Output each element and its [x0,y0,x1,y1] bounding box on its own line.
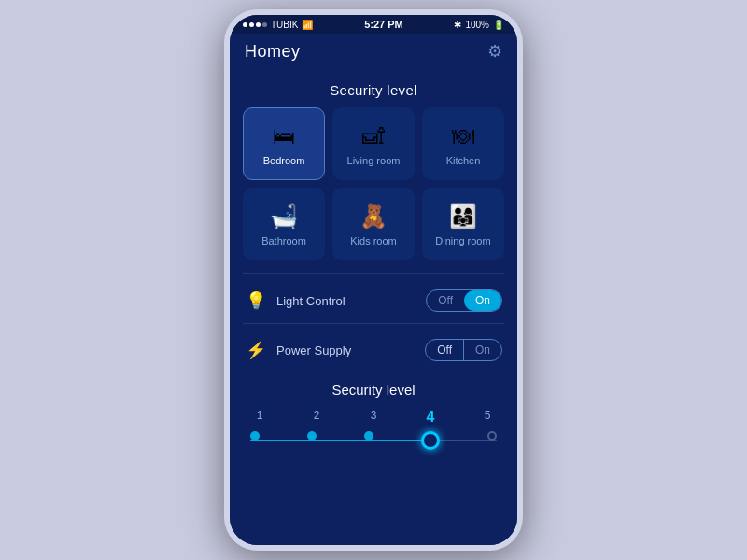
power-off-button[interactable]: Off [426,340,464,360]
kids-room-label: Kids room [350,235,397,246]
main-content: Security level 🛏 Bedroom 🛋 Living room 🍽… [230,71,517,545]
light-control-row: 💡 Light Control Off On [230,282,517,319]
app-title: Homey [245,42,301,62]
slider-label-3: 3 [364,409,383,426]
slider-dot-3[interactable] [364,431,374,441]
room-card-living-room[interactable]: 🛋 Living room [332,107,415,180]
dining-room-label: Dining room [435,235,490,246]
slider-labels: 1 2 3 4 5 [250,409,497,426]
slider-label-1: 1 [250,409,269,426]
bluetooth-icon: ✱ [454,20,461,30]
light-toggle-switch[interactable]: Off On [426,289,502,312]
wifi-icon: 📶 [302,20,313,30]
kitchen-icon: 🍽 [452,123,474,149]
dining-room-icon: 👨‍👩‍👧 [449,203,477,230]
slider-dots-row [250,431,497,450]
slider-dot-5[interactable] [487,431,497,441]
room-card-kitchen[interactable]: 🍽 Kitchen [422,107,504,180]
kitchen-label: Kitchen [446,155,481,166]
room-card-bathroom[interactable]: 🛁 Bathroom [243,188,325,260]
slider-title: Security level [243,376,504,409]
divider-2 [243,323,504,324]
status-left: TUBIK 📶 [243,20,313,30]
bathroom-icon: 🛁 [270,203,298,230]
bedroom-label: Bedroom [263,155,305,166]
settings-icon[interactable]: ⚙ [487,41,502,62]
slider-dot-4[interactable] [421,431,440,450]
status-right: ✱ 100% 🔋 [454,20,504,30]
room-grid: 🛏 Bedroom 🛋 Living room 🍽 Kitchen 🛁 Bath… [230,107,517,270]
dot-4 [262,22,267,27]
battery-label: 100% [465,20,489,30]
bedroom-icon: 🛏 [273,123,295,149]
power-supply-label: Power Supply [276,343,416,357]
light-control-label: Light Control [276,294,416,308]
room-card-dining-room[interactable]: 👨‍👩‍👧 Dining room [422,188,504,260]
status-bar: TUBIK 📶 5:27 PM ✱ 100% 🔋 [230,15,517,34]
slider-dot-2[interactable] [307,431,317,441]
power-on-button[interactable]: On [464,340,501,360]
dot-2 [249,22,254,27]
divider-1 [243,273,504,274]
slider-label-4: 4 [421,409,440,426]
carrier-label: TUBIK [271,20,298,30]
app-header: Homey ⚙ [230,34,517,71]
battery-icon: 🔋 [493,20,504,30]
slider-section: Security level 1 2 3 4 5 [230,369,517,465]
light-off-button[interactable]: Off [427,290,464,311]
living-room-label: Living room [347,155,401,166]
slider-track-container[interactable] [250,431,497,450]
power-toggle-switch[interactable]: Off On [425,339,502,361]
phone-frame: TUBIK 📶 5:27 PM ✱ 100% 🔋 Homey ⚙ Securit… [224,9,523,551]
light-icon: 💡 [245,290,267,311]
dot-3 [256,22,261,27]
clock: 5:27 PM [364,19,403,30]
signal-dots [243,22,267,27]
slider-dot-1[interactable] [250,431,260,441]
living-room-icon: 🛋 [362,123,385,149]
bathroom-label: Bathroom [261,235,306,246]
slider-label-2: 2 [307,409,326,426]
room-card-kids-room[interactable]: 🧸 Kids room [332,188,415,260]
slider-container: 1 2 3 4 5 [243,409,504,450]
light-on-button[interactable]: On [464,290,501,311]
kids-room-icon: 🧸 [359,203,388,230]
security-title: Security level [230,71,517,107]
slider-label-5: 5 [478,409,497,426]
room-card-bedroom[interactable]: 🛏 Bedroom [243,107,325,180]
power-icon: ⚡ [245,340,267,360]
dot-1 [243,22,247,27]
power-supply-row: ⚡ Power Supply Off On [230,331,517,369]
